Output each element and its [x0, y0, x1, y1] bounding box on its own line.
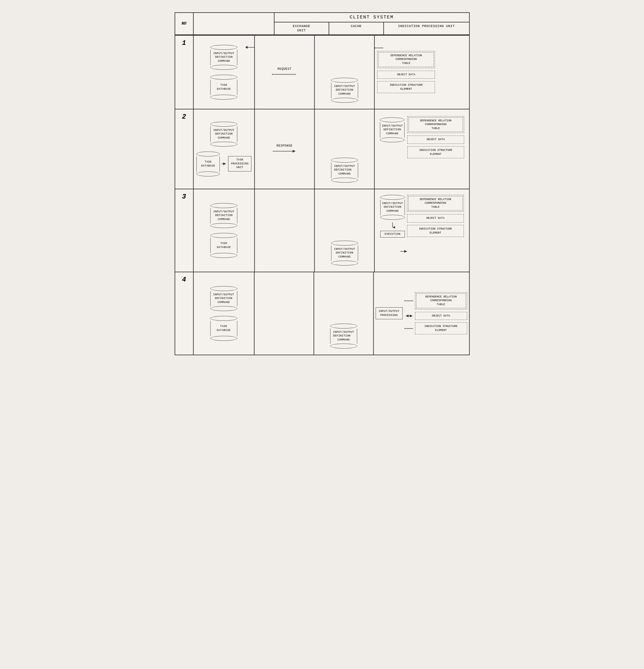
row1-object-data: OBJECT DATA [377, 71, 435, 79]
row-3: 3 INPUT/OUTPUTDEFINITIONCOMMAND TASKDATA… [175, 189, 469, 272]
client-system-title: CLIENT SYSTEM [275, 13, 469, 23]
row-4: 4 INPUT/OUTPUTDEFINITIONCOMMAND TASKDATA… [175, 272, 469, 355]
row2-db-proc-row: TASKDATABASE TASKPROCESSINGUNIT [196, 152, 251, 176]
row-4-server: INPUT/OUTPUTDEFINITIONCOMMAND TASKDATABA… [194, 272, 254, 355]
row4-object-data: OBJECT DATA [415, 312, 467, 320]
row-1-no: 1 [175, 35, 194, 109]
row2-exchange-arrow [272, 149, 297, 154]
row2-ipu-left: INPUT/OUTPUTDEFINITIONCOMMAND [380, 117, 405, 142]
row1-indication-structure: INDICATION STRUCTUREELEMENT [377, 81, 435, 93]
row3-execution-box: EXECUTION [380, 231, 405, 238]
row1-server-cylinder1: INPUT/OUTPUTDEFINITIONCOMMAND [210, 45, 238, 70]
header-no: NO [175, 13, 194, 34]
row-4-exchange [254, 272, 314, 355]
row-1-ipu: DEPENDENCE RELATIONCORRESPONDINGTABLE OB… [375, 35, 469, 109]
row-3-cache: INPUT/OUTPUTDEFINITIONCOMMAND [315, 189, 375, 272]
row3-exec-arrow [400, 249, 408, 254]
row3-ipu-left: INPUT/OUTPUTDEFINITIONCOMMAND EXECUTION [380, 195, 405, 238]
row-1-exchange: REQUEST [255, 35, 315, 109]
row4-ind-arrow [405, 326, 414, 331]
row3-server-cylinder2: TASKDATABASE [210, 233, 238, 258]
row-2-no: 2 [175, 110, 194, 189]
row1-dep-rel-inner: DEPENDENCE RELATIONCORRESPONDINGTABLE [378, 52, 434, 67]
row4-server-cylinder2: TASKDATABASE [210, 316, 238, 341]
row4-obj-arrow [405, 314, 414, 318]
row-2: 2 INPUT/OUTPUTDEFINITIONCOMMAND TASKDATA… [175, 109, 469, 189]
row3-dep-rel-outer: DEPENDENCE RELATIONCORRESPONDINGTABLE [407, 195, 464, 212]
row4-indication-structure: INDICATION STRUCTUREELEMENT [415, 322, 467, 334]
row3-down-arrow [390, 222, 395, 228]
row1-cache-cylinder: INPUT/OUTPUTDEFINITIONCOMMAND [331, 78, 359, 103]
row4-ipu-right: DEPENDENCE RELATIONCORRESPONDINGTABLE [405, 292, 467, 334]
row2-object-data: OBJECT DATA [407, 136, 464, 144]
row4-io-processing-box: INPUT/OUTPUTPROCESSING [376, 307, 403, 319]
row-3-exchange [255, 189, 315, 272]
row3-ipu-right: DEPENDENCE RELATIONCORRESPONDINGTABLE OB… [407, 195, 464, 237]
row4-dep-rel-outer: DEPENDENCE RELATIONCORRESPONDINGTABLE [415, 292, 467, 310]
header-server [194, 13, 275, 34]
row-4-ipu: INPUT/OUTPUTPROCESSING DEPENDENCE RELATI… [374, 272, 469, 355]
header-row: NO CLIENT SYSTEM EXCHANGE UNIT CACHE IND… [175, 13, 469, 35]
row2-indication-structure: INDICATION STRUCTUREELEMENT [407, 146, 464, 158]
row2-server-cylinder2: TASKDATABASE [196, 152, 220, 176]
row-4-cache: INPUT/OUTPUTDEFINITION COMMAND [314, 272, 374, 355]
row3-cache-cylinder: INPUT/OUTPUTDEFINITIONCOMMAND [331, 241, 359, 266]
row1-dep-rel-outer: DEPENDENCE RELATIONCORRESPONDINGTABLE [377, 51, 435, 68]
exchange-unit-col: EXCHANGE UNIT [275, 23, 329, 34]
row4-server-cylinder1: INPUT/OUTPUTDEFINITIONCOMMAND [210, 286, 238, 311]
row3-ipu-cylinder: INPUT/OUTPUTDEFINITIONCOMMAND [380, 195, 405, 220]
row3-indication-structure: INDICATION STRUCTUREELEMENT [407, 225, 464, 237]
header-client: CLIENT SYSTEM EXCHANGE UNIT CACHE INDICA… [275, 13, 469, 34]
row2-ipu-right: DEPENDENCE RELATIONCORRESPONDINGTABLE OB… [407, 116, 464, 159]
row-1-server: INPUT/OUTPUTDEFINITIONCOMMAND TASKDATABA… [194, 35, 255, 109]
row2-dep-rel-outer: DEPENDENCE RELATIONCORRESPONDINGTABLE [407, 116, 464, 133]
row4-cache-cylinder: INPUT/OUTPUTDEFINITION COMMAND [330, 324, 358, 348]
row1-exchange-arrow [272, 72, 297, 77]
row2-server-cylinder1: INPUT/OUTPUTDEFINITIONCOMMAND [210, 122, 238, 146]
row-2-ipu: INPUT/OUTPUTDEFINITIONCOMMAND DEPENDENCE… [375, 110, 469, 189]
cache-col: CACHE [329, 23, 384, 34]
row1-server-cylinder2: TASKDATABASE [210, 75, 238, 100]
row-2-exchange: RESPONSE [255, 110, 315, 189]
row2-ipu-cylinder: INPUT/OUTPUTDEFINITIONCOMMAND [380, 117, 405, 142]
row3-object-data: OBJECT DATA [407, 214, 464, 223]
row2-cache-cylinder: INPUT/OUTPUTDEFINITION COMMAND [331, 158, 359, 183]
row-1-cache: INPUT/OUTPUTDEFINITIONCOMMAND [315, 35, 375, 109]
row2-db-arrow [221, 162, 227, 166]
client-cols: EXCHANGE UNIT CACHE INDICATION PROCESSIN… [275, 23, 469, 34]
row-3-ipu: INPUT/OUTPUTDEFINITIONCOMMAND EXECUTION [375, 189, 469, 272]
row1-ipu-arrow [375, 45, 384, 51]
row-1: 1 INPUT/OUTPUTDEFINITIONCOMMAND TASKDATA… [175, 35, 469, 109]
ipu-col: INDICATION PROCESSING UNIT [384, 23, 469, 34]
row1-arrow-in [246, 44, 255, 51]
row3-server-cylinder1: INPUT/OUTPUTDEFINITIONCOMMAND [210, 203, 238, 228]
row-4-no: 4 [175, 272, 194, 355]
row-2-cache: INPUT/OUTPUTDEFINITION COMMAND [315, 110, 375, 189]
row-2-server: INPUT/OUTPUTDEFINITIONCOMMAND TASKDATABA… [194, 110, 255, 189]
row2-proc-box: TASKPROCESSINGUNIT [228, 156, 251, 171]
row-3-server: INPUT/OUTPUTDEFINITIONCOMMAND TASKDATABA… [194, 189, 255, 272]
row-3-no: 3 [175, 189, 194, 272]
row4-ipu-left: INPUT/OUTPUTPROCESSING [376, 307, 403, 319]
diagram-table: NO CLIENT SYSTEM EXCHANGE UNIT CACHE IND… [174, 12, 470, 355]
row4-dep-arrow [405, 299, 414, 303]
